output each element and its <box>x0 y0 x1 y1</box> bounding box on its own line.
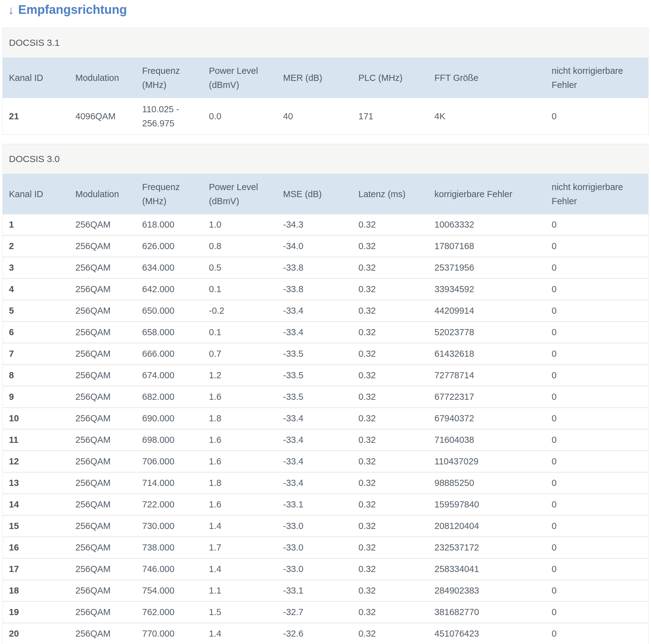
cell: 0.32 <box>352 214 428 235</box>
column-header: korrigierbare Fehler <box>428 174 546 214</box>
cell: 0.32 <box>352 494 428 515</box>
cell: 256QAM <box>69 257 136 279</box>
cell: 1.4 <box>203 623 277 644</box>
cell: 0 <box>546 580 648 602</box>
table-row: 7256QAM666.0000.7-33.50.32614326180 <box>3 343 648 365</box>
cell: -33.4 <box>277 408 352 429</box>
cell: 284902383 <box>428 580 546 602</box>
cell: 0.32 <box>352 537 428 558</box>
column-header: FFT Größe <box>428 58 546 98</box>
cell: 0.32 <box>352 235 428 257</box>
cell: 256QAM <box>69 214 136 235</box>
cell: 650.000 <box>136 300 203 322</box>
column-header: Latenz (ms) <box>352 174 428 214</box>
column-header: MSE (dB) <box>277 174 352 214</box>
cell: 0 <box>546 365 648 386</box>
cell: 0.8 <box>203 235 277 257</box>
docsis31-section-label: DOCSIS 3.1 <box>3 28 648 58</box>
cell: 208120404 <box>428 515 546 537</box>
cell: 0.7 <box>203 343 277 365</box>
cell: -33.8 <box>277 279 352 300</box>
cell: -32.6 <box>277 623 352 644</box>
cell: -33.4 <box>277 451 352 472</box>
cell: 1.5 <box>203 602 277 623</box>
cell: 0.32 <box>352 558 428 580</box>
cell: 1.7 <box>203 537 277 558</box>
cell: 256QAM <box>69 343 136 365</box>
cell: 0 <box>546 623 648 644</box>
cell: 0.32 <box>352 322 428 343</box>
cell: 10063332 <box>428 214 546 235</box>
cell: 626.000 <box>136 235 203 257</box>
docsis30-card: DOCSIS 3.0 Kanal IDModulationFrequenz (M… <box>2 144 649 644</box>
cell: -33.1 <box>277 580 352 602</box>
cell: 658.000 <box>136 322 203 343</box>
table-row: 19256QAM762.0001.5-32.70.323816827700 <box>3 602 648 623</box>
cell: 0 <box>546 515 648 537</box>
cell: 0 <box>546 257 648 279</box>
docsis30-table: Kanal IDModulationFrequenz (MHz)Power Le… <box>3 174 648 644</box>
cell: 44209914 <box>428 300 546 322</box>
cell: 0.32 <box>352 602 428 623</box>
table-row: 2256QAM626.0000.8-34.00.32178071680 <box>3 235 648 257</box>
column-header: nicht korrigierbare Fehler <box>546 174 648 214</box>
cell: 706.000 <box>136 451 203 472</box>
cell: 159597840 <box>428 494 546 515</box>
page-title-text: Empfangsrichtung <box>18 3 127 17</box>
cell: 256QAM <box>69 300 136 322</box>
cell: -33.5 <box>277 365 352 386</box>
cell: 642.000 <box>136 279 203 300</box>
cell: 1.6 <box>203 429 277 451</box>
cell-kanal-id: 11 <box>3 429 69 451</box>
cell: 738.000 <box>136 537 203 558</box>
cell: 0 <box>546 235 648 257</box>
cell: 1.6 <box>203 386 277 408</box>
cell: 770.000 <box>136 623 203 644</box>
cell: 61432618 <box>428 343 546 365</box>
cell: 0.32 <box>352 580 428 602</box>
cell: -33.5 <box>277 343 352 365</box>
table-row: 9256QAM682.0001.6-33.50.32677223170 <box>3 386 648 408</box>
cell: 714.000 <box>136 472 203 494</box>
docsis31-table-body: 214096QAM110.025 -256.9750.0401714K0 <box>3 98 648 134</box>
cell: 110.025 -256.975 <box>136 98 203 134</box>
table-row: 14256QAM722.0001.6-33.10.321595978400 <box>3 494 648 515</box>
cell-kanal-id: 19 <box>3 602 69 623</box>
cell: 72778714 <box>428 365 546 386</box>
cell: 0 <box>546 408 648 429</box>
column-header: nicht korrigierbare Fehler <box>546 58 648 98</box>
cell: 1.2 <box>203 365 277 386</box>
cell: 0 <box>546 451 648 472</box>
cell: 0.32 <box>352 257 428 279</box>
cell: 0.32 <box>352 408 428 429</box>
cell: 762.000 <box>136 602 203 623</box>
table-row: 17256QAM746.0001.4-33.00.322583340410 <box>3 558 648 580</box>
column-header: Kanal ID <box>3 58 69 98</box>
cell-kanal-id: 14 <box>3 494 69 515</box>
cell-kanal-id: 15 <box>3 515 69 537</box>
table-row: 16256QAM738.0001.7-33.00.322325371720 <box>3 537 648 558</box>
cell: 0.32 <box>352 343 428 365</box>
cell-kanal-id: 13 <box>3 472 69 494</box>
cell: -33.0 <box>277 515 352 537</box>
cell: -34.3 <box>277 214 352 235</box>
cell: -33.0 <box>277 537 352 558</box>
cell: 256QAM <box>69 365 136 386</box>
column-header: Modulation <box>69 174 136 214</box>
cell: -0.2 <box>203 300 277 322</box>
cell-kanal-id: 21 <box>3 98 69 134</box>
cell: -33.5 <box>277 386 352 408</box>
cell: 1.8 <box>203 408 277 429</box>
cell: 110437029 <box>428 451 546 472</box>
cell: 0.1 <box>203 322 277 343</box>
page-title[interactable]: ↓ Empfangsrichtung <box>8 1 651 18</box>
cell: 0.32 <box>352 515 428 537</box>
cell: 40 <box>277 98 352 134</box>
table-row: 4256QAM642.0000.1-33.80.32339345920 <box>3 279 648 300</box>
column-header: Frequenz (MHz) <box>136 58 203 98</box>
cell: 451076423 <box>428 623 546 644</box>
table-row: 3256QAM634.0000.5-33.80.32253719560 <box>3 257 648 279</box>
cell-kanal-id: 6 <box>3 322 69 343</box>
cell: -33.4 <box>277 322 352 343</box>
table-row: 6256QAM658.0000.1-33.40.32520237780 <box>3 322 648 343</box>
